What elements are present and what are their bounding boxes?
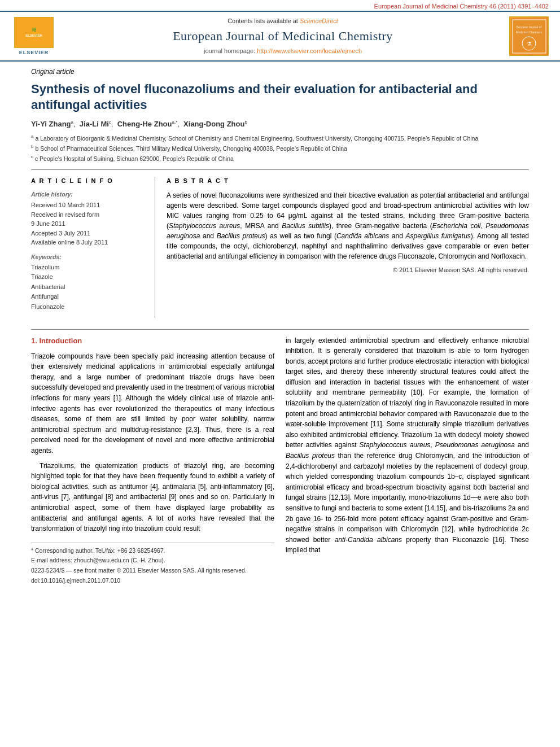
intro-heading: 1. Introduction	[31, 335, 274, 347]
body-section: 1. Introduction Triazole compounds have …	[31, 329, 529, 587]
affiliation-c: c c People's Hospital of Suining, Sichua…	[31, 154, 529, 163]
author-xiang-dong: Xiang-Dong Zhou	[183, 120, 244, 129]
footnote-area: * Corresponding author. Tel./fax: +86 23…	[31, 543, 274, 585]
article-received: Received 10 March 2011 Received in revis…	[31, 200, 148, 247]
body-left-col: 1. Introduction Triazole compounds have …	[31, 335, 274, 587]
article-title: Synthesis of novel fluconazoliums and th…	[31, 81, 529, 112]
svg-text:ELSEVIER: ELSEVIER	[25, 34, 42, 37]
svg-text:Medicinal Chemistry: Medicinal Chemistry	[515, 30, 542, 34]
authors-line: Yi-Yi Zhanga, Jia-Li Mic, Cheng-He Zhoua…	[31, 119, 529, 130]
journal-header: 🌿 ELSEVIER ELSEVIER Contents lists avail…	[0, 11, 560, 62]
journal-homepage: journal homepage: http://www.elsevier.co…	[62, 47, 504, 55]
journal-vol-line: European Journal of Medicinal Chemistry …	[0, 0, 560, 11]
copyright-line: © 2011 Elsevier Masson SAS. All rights r…	[167, 266, 529, 274]
affiliation-a: a a Laboratory of Bioorganic & Medicinal…	[31, 133, 529, 142]
footnote-doi: doi:10.1016/j.ejmech.2011.07.010	[31, 576, 274, 585]
abstract-col: A B S T R A C T A series of novel flucon…	[167, 177, 529, 317]
keyword-antibacterial: Antibacterial	[31, 282, 148, 292]
keyword-triazolium: Triazolium	[31, 263, 148, 273]
affiliation-b: b b School of Pharmaceutical Sciences, T…	[31, 143, 529, 152]
journal-center-block: Contents lists available at ScienceDirec…	[62, 17, 504, 56]
abstract-section-label: A B S T R A C T	[167, 177, 529, 185]
contents-line: Contents lists available at ScienceDirec…	[62, 17, 504, 25]
author-jia-li: Jia-Li Mi	[80, 120, 109, 129]
svg-text:⚗: ⚗	[526, 41, 531, 47]
svg-text:European Journal of: European Journal of	[516, 25, 541, 29]
footnote-corresponding: * Corresponding author. Tel./fax: +86 23…	[31, 547, 274, 555]
keyword-fluconazole: Fluconazole	[31, 302, 148, 312]
divider-top	[31, 169, 529, 170]
article-info-section-label: A R T I C L E I N F O	[31, 177, 148, 185]
intro-para2: Triazoliums, the quaternization products…	[31, 461, 274, 534]
svg-rect-0	[17, 20, 51, 45]
svg-text:🌿: 🌿	[32, 27, 37, 32]
author-yi-yi: Yi-Yi Zhang	[31, 120, 71, 129]
body-two-col: 1. Introduction Triazole compounds have …	[31, 335, 529, 587]
article-history-label: Article history:	[31, 190, 148, 199]
homepage-url[interactable]: http://www.elsevier.com/locate/ejmech	[257, 47, 362, 54]
abstract-text: A series of novel fluconazoliums were sy…	[167, 190, 529, 261]
main-content: Original article Synthesis of novel fluc…	[0, 62, 560, 597]
right-para1: in largely extended antimicrobial spectr…	[286, 335, 529, 556]
footnote-email: E-mail address: zhouch@swu.edu.cn (C.-H.…	[31, 556, 274, 565]
keywords-label: Keywords:	[31, 253, 148, 261]
footnote-issn: 0223-5234/$ — see front matter © 2011 El…	[31, 566, 274, 575]
article-info-abstract: A R T I C L E I N F O Article history: R…	[31, 177, 529, 317]
body-right-col: in largely extended antimicrobial spectr…	[286, 335, 529, 587]
keyword-antifungal: Antifungal	[31, 292, 148, 302]
sciencedirect-link[interactable]: ScienceDirect	[300, 18, 338, 24]
elsevier-logo-left: 🌿 ELSEVIER ELSEVIER	[11, 17, 56, 56]
article-info-col: A R T I C L E I N F O Article history: R…	[31, 177, 155, 317]
keyword-triazole: Triazole	[31, 272, 148, 282]
keywords-list: Triazolium Triazole Antibacterial Antifu…	[31, 263, 148, 312]
svg-rect-3	[511, 18, 548, 55]
journal-main-title: European Journal of Medicinal Chemistry	[62, 28, 504, 45]
elsevier-text: ELSEVIER	[19, 49, 49, 56]
author-cheng-he: Cheng-He Zhou	[117, 120, 172, 129]
article-type: Original article	[31, 67, 529, 77]
intro-para1: Triazole compounds have been specially p…	[31, 351, 274, 456]
elsevier-logo-box: 🌿 ELSEVIER	[14, 17, 54, 48]
journal-logo-right: European Journal of Medicinal Chemistry …	[509, 16, 549, 56]
